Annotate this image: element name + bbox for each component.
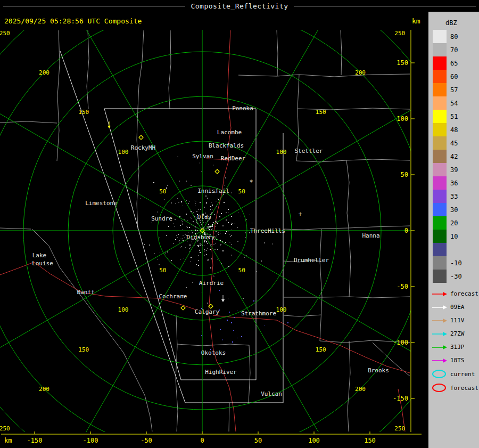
dbz-value-label: 20 [450, 219, 458, 227]
svg-text:100: 100 [276, 149, 287, 156]
dbz-scale-row [428, 243, 479, 256]
dbz-scale-row: 48 [428, 123, 479, 136]
dbz-scale-row: -10 [428, 256, 479, 270]
dbz-value-label: 36 [450, 180, 458, 187]
svg-text:-50: -50 [141, 437, 152, 444]
dbz-scale-row: 54 [428, 96, 479, 110]
current-ellipse-icon [432, 369, 448, 379]
dbz-value-label: 42 [450, 153, 458, 160]
dbz-swatch [433, 176, 447, 190]
svg-text:0: 0 [404, 227, 408, 234]
dbz-swatch [433, 190, 447, 203]
dbz-swatch [433, 136, 447, 150]
svg-text:Limestone: Limestone [85, 200, 117, 207]
svg-text:200: 200 [39, 386, 49, 393]
dbz-value-label: 54 [450, 100, 458, 107]
radar-map[interactable]: *+PonokaLacombeBlackfaldsSylvanRedDeerRo… [0, 0, 428, 448]
svg-text:200: 200 [355, 386, 366, 393]
dbz-scale-row: 45 [428, 136, 479, 150]
dbz-scale-row: 39 [428, 163, 479, 176]
legend-item-label: 09EA [450, 304, 465, 311]
legend-item-09EA: 09EA [428, 300, 479, 314]
window-title: Composite_Reflectivity [191, 2, 288, 10]
legend-item-label: 27ZW [450, 330, 465, 337]
svg-text:Olds: Olds [197, 214, 212, 221]
svg-text:-100: -100 [393, 339, 408, 346]
svg-text:50: 50 [238, 267, 245, 274]
dbz-value-label: 10 [450, 233, 458, 240]
dbz-swatch [433, 270, 447, 283]
dbz-swatch [433, 96, 447, 110]
dbz-value-label: 57 [450, 86, 458, 94]
svg-text:Lake: Lake [32, 252, 47, 259]
right-axis-unit-label: km [412, 17, 420, 25]
svg-text:250: 250 [0, 30, 10, 37]
svg-text:50: 50 [159, 267, 166, 274]
svg-text:Vulcan: Vulcan [261, 390, 282, 397]
dbz-value-label: -10 [450, 259, 462, 267]
legend-item-label: forecast [450, 290, 478, 297]
dbz-swatch [433, 150, 447, 163]
legend-title: dBZ [445, 19, 479, 27]
dbz-swatch [433, 163, 447, 176]
dbz-value-label: 60 [450, 73, 458, 80]
dbz-swatch [433, 256, 447, 270]
svg-text:ThreeHills: ThreeHills [250, 227, 285, 234]
timestamp-label: 2025/09/25 05:28:56 UTC Composite [4, 17, 142, 25]
svg-text:Banff: Banff [77, 289, 94, 296]
svg-text:150: 150 [397, 59, 408, 67]
dbz-scale-row: 65 [428, 56, 479, 70]
svg-text:-150: -150 [27, 437, 43, 444]
dbz-scale-row: 70 [428, 43, 479, 56]
forecast-arrow-icon [432, 290, 448, 298]
svg-text:250: 250 [0, 425, 10, 432]
dbz-swatch [433, 43, 447, 56]
forecast-ellipse-icon [432, 382, 448, 393]
dbz-swatch [433, 83, 447, 96]
svg-text:Cochrane: Cochrane [159, 293, 187, 300]
dbz-value-label: -30 [450, 273, 462, 280]
header-bar: 2025/09/25 05:28:56 UTC Composite km [0, 17, 428, 27]
svg-text:*: * [249, 178, 253, 186]
dbz-color-scale: 80706560575451484542393633302010-10-30 [428, 30, 479, 283]
svg-text:200: 200 [355, 69, 366, 76]
svg-text:50: 50 [238, 188, 245, 195]
svg-text:Drumheller: Drumheller [294, 257, 329, 264]
svg-text:RedDeer: RedDeer [221, 155, 246, 162]
svg-text:150: 150 [316, 109, 326, 116]
svg-text:-150: -150 [393, 395, 408, 402]
09EA-arrow-icon [432, 304, 448, 311]
legend-item-label: 111V [450, 317, 465, 324]
dbz-swatch [433, 216, 447, 230]
svg-text:HighRiver: HighRiver [205, 369, 237, 376]
svg-text:RockyMH: RockyMH [131, 144, 155, 151]
dbz-scale-row: 42 [428, 150, 479, 163]
svg-text:Blackfalds: Blackfalds [209, 142, 244, 149]
svg-text:Didsbury: Didsbury [187, 234, 215, 241]
dbz-scale-row: 36 [428, 176, 479, 190]
svg-text:Innisfail: Innisfail [197, 188, 229, 194]
svg-text:Sylvan: Sylvan [192, 153, 213, 160]
111V-arrow-icon [432, 317, 448, 324]
legend-item-label: forecast [450, 385, 478, 392]
legend-item-111V: 111V [428, 314, 479, 327]
svg-text:100: 100 [308, 437, 320, 444]
dbz-swatch [433, 230, 447, 243]
svg-text:Hanna: Hanna [362, 232, 379, 239]
svg-text:100: 100 [118, 149, 129, 156]
legend-item-label: current [450, 371, 475, 378]
dbz-swatch [433, 203, 447, 216]
svg-text:150: 150 [364, 437, 376, 444]
dbz-value-label: 80 [450, 33, 458, 40]
dbz-swatch [433, 56, 447, 70]
legend-item-27ZW: 27ZW [428, 327, 479, 340]
svg-text:Stettler: Stettler [295, 148, 323, 154]
svg-text:50: 50 [254, 437, 262, 444]
dbz-scale-row: 80 [428, 30, 479, 43]
vector-legend: forecast09EA111V27ZW31JP18TScurrentforec… [428, 287, 479, 395]
svg-text:+: + [298, 210, 302, 218]
svg-text:-100: -100 [83, 437, 98, 444]
27ZW-arrow-icon [432, 330, 448, 338]
svg-text:50: 50 [159, 188, 166, 195]
dbz-value-label: 70 [450, 46, 458, 54]
